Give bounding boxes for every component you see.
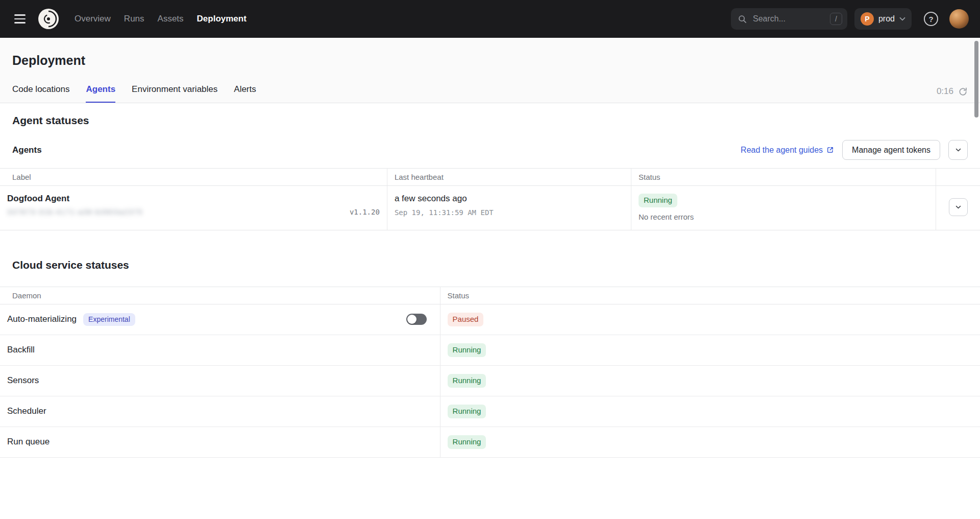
column-header-status: Status bbox=[440, 287, 980, 304]
tab-code-locations[interactable]: Code locations bbox=[12, 84, 69, 103]
service-status-badge: Running bbox=[448, 374, 486, 388]
agent-status-note: No recent errors bbox=[639, 213, 928, 221]
services-table-header-row: Daemon Status bbox=[0, 287, 980, 304]
tab-bar: Code locations Agents Environment variab… bbox=[12, 84, 937, 103]
agent-id-redacted: 337873-31b-4171-a38-b3903a2375 bbox=[7, 208, 143, 216]
tab-agents[interactable]: Agents bbox=[86, 84, 115, 103]
column-header-last-heartbeat: Last heartbeat bbox=[387, 169, 631, 186]
tab-environment-variables[interactable]: Environment variables bbox=[132, 84, 217, 103]
agent-name: Dogfood Agent bbox=[7, 194, 380, 204]
question-mark-icon: ? bbox=[928, 15, 933, 23]
agent-status-badge: Running bbox=[639, 194, 677, 207]
refresh-icon bbox=[958, 87, 968, 97]
external-link-icon bbox=[826, 146, 834, 154]
agent-sub-row: 337873-31b-4171-a38-b3903a2375 v1.1.20 bbox=[7, 208, 380, 216]
service-status-badge: Running bbox=[448, 405, 486, 418]
tab-bar-row: Code locations Agents Environment variab… bbox=[12, 84, 968, 103]
service-row-backfill: Backfill Running bbox=[0, 335, 980, 365]
heartbeat-relative: a few seconds ago bbox=[395, 194, 624, 204]
top-navigation: Overview Runs Assets Deployment / P prod… bbox=[0, 0, 980, 38]
nav-item-assets[interactable]: Assets bbox=[158, 14, 184, 24]
experimental-badge: Experimental bbox=[83, 313, 135, 326]
agent-status-cell: Running No recent errors bbox=[631, 186, 936, 230]
tab-alerts[interactable]: Alerts bbox=[234, 84, 256, 103]
daemon-name: Backfill bbox=[7, 345, 35, 355]
dagster-logo-icon bbox=[37, 7, 60, 31]
deployment-name: prod bbox=[878, 14, 895, 23]
daemon-name: Run queue bbox=[7, 437, 50, 447]
service-row-auto-materializing: Auto-materializing Experimental Paused bbox=[0, 304, 980, 335]
service-row-sensors: Sensors Running bbox=[0, 365, 980, 396]
help-button[interactable]: ? bbox=[924, 12, 938, 26]
agents-toolbar-actions: Read the agent guides Manage agent token… bbox=[741, 140, 968, 160]
heartbeat-timestamp: Sep 19, 11:31:59 AM EDT bbox=[395, 208, 624, 217]
agent-label-cell: Dogfood Agent 337873-31b-4171-a38-b3903a… bbox=[0, 186, 387, 230]
auto-materializing-toggle[interactable] bbox=[406, 314, 427, 325]
chevron-down-icon bbox=[955, 205, 961, 209]
primary-nav: Overview Runs Assets Deployment bbox=[75, 14, 247, 24]
service-row-run-queue: Run queue Running bbox=[0, 427, 980, 457]
agent-heartbeat-cell: a few seconds ago Sep 19, 11:31:59 AM ED… bbox=[387, 186, 631, 230]
agents-table-header-row: Label Last heartbeat Status bbox=[0, 169, 980, 186]
refresh-timer: 0:16 bbox=[937, 86, 953, 97]
daemon-cell: Sensors bbox=[0, 365, 440, 396]
deployment-switcher[interactable]: P prod bbox=[854, 8, 912, 30]
page-header: Deployment Code locations Agents Environ… bbox=[0, 38, 980, 103]
daemon-cell: Backfill bbox=[0, 335, 440, 365]
service-row-scheduler: Scheduler Running bbox=[0, 396, 980, 427]
nav-item-overview[interactable]: Overview bbox=[75, 14, 111, 24]
agent-row-expand-button[interactable] bbox=[949, 198, 968, 216]
service-status-badge: Paused bbox=[448, 313, 484, 326]
column-header-status: Status bbox=[631, 169, 936, 186]
search-icon bbox=[738, 15, 747, 23]
hamburger-bar bbox=[14, 22, 26, 23]
menu-button[interactable] bbox=[11, 11, 29, 27]
daemon-name: Auto-materializing bbox=[7, 314, 77, 324]
agent-actions-cell bbox=[936, 186, 980, 230]
toggle-knob bbox=[407, 315, 416, 324]
refresh-control[interactable]: 0:16 bbox=[937, 86, 968, 101]
daemon-cell: Run queue bbox=[0, 427, 440, 457]
service-status-cell: Running bbox=[440, 365, 980, 396]
cloud-service-statuses-heading: Cloud service statuses bbox=[12, 259, 968, 271]
service-status-badge: Running bbox=[448, 343, 486, 357]
manage-agent-tokens-button[interactable]: Manage agent tokens bbox=[842, 140, 940, 160]
nav-item-runs[interactable]: Runs bbox=[124, 14, 144, 24]
service-status-cell: Running bbox=[440, 427, 980, 457]
agent-row: Dogfood Agent 337873-31b-4171-a38-b3903a… bbox=[0, 186, 980, 230]
column-header-daemon: Daemon bbox=[0, 287, 440, 304]
daemon-name: Sensors bbox=[7, 375, 39, 386]
chevron-down-icon bbox=[955, 148, 961, 152]
chevron-down-icon bbox=[899, 17, 905, 21]
agent-version: v1.1.20 bbox=[350, 208, 380, 216]
service-status-badge: Running bbox=[448, 435, 486, 449]
agent-guides-link[interactable]: Read the agent guides bbox=[741, 146, 834, 155]
column-header-label: Label bbox=[0, 169, 387, 186]
hamburger-bar bbox=[14, 14, 26, 16]
agents-toolbar: Agents Read the agent guides Manage agen… bbox=[0, 127, 980, 168]
daemon-cell: Scheduler bbox=[0, 396, 440, 427]
search-box[interactable]: / bbox=[731, 8, 847, 30]
page-title: Deployment bbox=[12, 53, 968, 68]
service-status-cell: Running bbox=[440, 396, 980, 427]
scrollbar-thumb[interactable] bbox=[974, 41, 978, 117]
column-header-actions bbox=[936, 169, 980, 186]
cloud-services-table: Daemon Status Auto-materializing Experim… bbox=[0, 287, 980, 458]
deployment-initial-badge: P bbox=[861, 12, 874, 26]
search-input[interactable] bbox=[752, 14, 825, 24]
hamburger-bar bbox=[14, 18, 26, 20]
agent-tokens-menu-button[interactable] bbox=[948, 140, 968, 160]
daemon-name: Scheduler bbox=[7, 406, 46, 416]
service-status-cell: Paused bbox=[440, 304, 980, 335]
daemon-cell: Auto-materializing Experimental bbox=[0, 304, 440, 335]
agents-subheading: Agents bbox=[12, 145, 42, 155]
service-status-cell: Running bbox=[440, 335, 980, 365]
search-shortcut-hint: / bbox=[830, 13, 842, 25]
nav-item-deployment[interactable]: Deployment bbox=[197, 14, 247, 24]
agent-guides-link-label: Read the agent guides bbox=[741, 146, 823, 155]
agents-table: Label Last heartbeat Status Dogfood Agen… bbox=[0, 168, 980, 230]
agent-statuses-heading: Agent statuses bbox=[12, 114, 968, 127]
user-avatar[interactable] bbox=[949, 9, 969, 29]
main-content: Agent statuses Agents Read the agent gui… bbox=[0, 114, 980, 458]
dagster-logo[interactable] bbox=[36, 6, 61, 32]
